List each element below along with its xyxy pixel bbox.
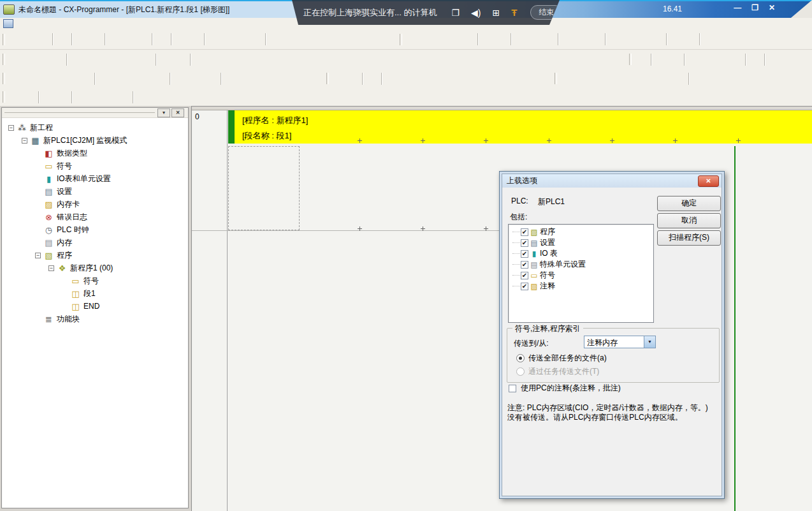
menu-window[interactable] (99, 23, 109, 24)
checkbox-checked-icon[interactable]: ✔ (521, 283, 528, 290)
time-chart-icon[interactable] (684, 33, 697, 46)
menu-program[interactable] (58, 23, 68, 24)
find-transfer-icon[interactable] (222, 33, 235, 46)
monitor-tree-icon[interactable] (140, 53, 153, 66)
program-transfer-icon[interactable] (528, 33, 541, 46)
context-help-icon[interactable] (297, 33, 311, 46)
calendar-icon[interactable] (669, 53, 681, 66)
zoom-reset-icon[interactable] (23, 53, 36, 66)
paste-icon[interactable] (136, 33, 149, 46)
zoom-out-icon[interactable] (51, 53, 64, 66)
cut-icon[interactable] (108, 33, 121, 46)
upload-item-symbols[interactable]: ✔ ▭ 符号 (509, 270, 653, 281)
watch-window-icon[interactable] (637, 33, 649, 46)
diff-monitor-icon[interactable] (670, 33, 683, 46)
window-plain-icon[interactable] (65, 72, 78, 85)
program-check-icon[interactable] (514, 33, 527, 46)
sma-icon[interactable] (159, 53, 172, 66)
checkbox-unchecked-icon[interactable] (509, 385, 516, 392)
instruction-icon[interactable] (325, 53, 338, 66)
tree-expander-icon[interactable]: − (8, 125, 14, 131)
new-file-icon[interactable] (9, 33, 22, 46)
checkbox-checked-icon[interactable]: ✔ (521, 272, 528, 279)
t-branch4-icon[interactable] (659, 72, 672, 85)
tree-item-plc[interactable]: − ▦ 新PLC1[CJ2M] 监视模式 (2, 134, 188, 147)
network3-icon[interactable] (589, 72, 602, 85)
tree-item-section1[interactable]: ◫ 段1 (2, 287, 188, 300)
io-monitor-icon[interactable] (609, 33, 621, 46)
send-changes-icon[interactable] (366, 72, 379, 85)
tree-item-programs[interactable]: − ▧ 程序 (2, 249, 188, 262)
sim-pause-icon[interactable] (441, 72, 455, 85)
indent-icon[interactable] (23, 91, 36, 104)
menu-simulation[interactable] (78, 23, 89, 24)
panel-menu-button[interactable]: ▾ (157, 108, 170, 117)
tree-item-symbols[interactable]: ▭ 符号 (2, 159, 188, 172)
upload-include-list[interactable]: ✔ ▧ 程序 ✔ ▤ 设置 (508, 224, 654, 323)
screen-share-icon[interactable]: ❐ (451, 8, 460, 18)
comment-icon[interactable] (84, 53, 97, 66)
print-preview-icon[interactable] (89, 33, 102, 46)
network2-icon[interactable] (575, 72, 588, 85)
watch-window2-icon[interactable] (651, 33, 663, 46)
online-edit-save-icon[interactable] (333, 72, 345, 85)
go-reference-icon[interactable] (252, 72, 265, 85)
window-arrow-icon[interactable] (23, 72, 36, 85)
open-file-icon[interactable] (23, 33, 36, 46)
tree-item-program1-symbols[interactable]: ▭ 符号 (2, 274, 188, 287)
network4-icon[interactable] (603, 72, 616, 85)
panel-drag-handle[interactable] (4, 112, 155, 113)
rung-wrap-icon[interactable] (112, 53, 125, 66)
instruction-nc-icon[interactable] (339, 53, 352, 66)
undo-icon[interactable] (175, 33, 187, 46)
coil-closed-icon[interactable] (311, 53, 324, 66)
pause-sim-icon[interactable] (385, 72, 398, 85)
t-branch2-icon[interactable] (631, 72, 644, 85)
ci-icon[interactable] (173, 53, 187, 66)
align-flag-icon[interactable] (56, 91, 69, 104)
io-monitor2-icon[interactable] (623, 33, 635, 46)
restore-button[interactable]: ❐ (751, 3, 758, 12)
sim-step-over-icon[interactable] (486, 72, 498, 85)
dialog-close-button[interactable]: ✕ (698, 175, 719, 187)
tree-expander-icon[interactable]: − (22, 138, 27, 144)
find-icon[interactable] (208, 33, 221, 46)
cancel-button[interactable]: 取消 (657, 213, 721, 228)
window-pair-icon[interactable] (51, 72, 64, 85)
checkbox-checked-icon[interactable]: ✔ (521, 261, 528, 269)
sim-step-icon[interactable] (456, 72, 470, 85)
decimal-icon[interactable] (173, 72, 187, 85)
upload-item-special-unit[interactable]: ✔ ▤ 特殊单元设置 (509, 259, 653, 270)
horizontal-line-icon[interactable] (283, 53, 296, 66)
program-compare-icon[interactable] (542, 33, 555, 46)
select-tool-icon[interactable] (194, 53, 207, 66)
window-split-icon[interactable] (37, 72, 50, 85)
key-icon[interactable]: Ŧ (511, 7, 517, 18)
transfer-to-plc-icon[interactable] (448, 33, 461, 46)
radio-selected-icon[interactable] (516, 354, 525, 362)
upload-z-icon[interactable] (688, 53, 700, 66)
signed-decimal-icon[interactable] (189, 72, 203, 85)
menu-edit[interactable] (27, 23, 38, 24)
radio-transfer-all[interactable]: 传送全部任务的文件(a) (516, 353, 607, 364)
radio-transfer-by-task[interactable]: 通过任务传送文件(T) (516, 366, 599, 377)
tree-item-function-blocks[interactable]: ≣ 功能块 (2, 313, 188, 325)
tree-item-settings[interactable]: ▤ 设置 (2, 185, 188, 198)
debug-mode-icon[interactable] (590, 33, 602, 46)
view-gray-icon[interactable] (768, 53, 781, 66)
scan-program-button[interactable]: 扫描程序(S) (657, 230, 721, 246)
tree-item-memory[interactable]: ▤ 内存 (2, 236, 188, 249)
t-branch5-icon[interactable] (673, 72, 686, 85)
sim-step-in-icon[interactable] (472, 72, 484, 85)
view-z-icon[interactable] (782, 53, 795, 66)
replace-all-icon[interactable] (250, 33, 263, 46)
upload-item-program[interactable]: ✔ ▧ 程序 (509, 226, 653, 237)
contact-up-icon[interactable] (238, 53, 252, 66)
print-icon[interactable] (75, 33, 88, 46)
zoom-tool-icon[interactable] (9, 53, 22, 66)
align-list-icon[interactable] (42, 91, 55, 104)
upload-item-io-table[interactable]: ✔ ▮ IO 表 (509, 248, 653, 259)
checkbox-checked-icon[interactable]: ✔ (521, 228, 528, 236)
monitor-run-mode-icon[interactable] (576, 33, 588, 46)
sim-to-end-icon[interactable] (515, 72, 529, 85)
